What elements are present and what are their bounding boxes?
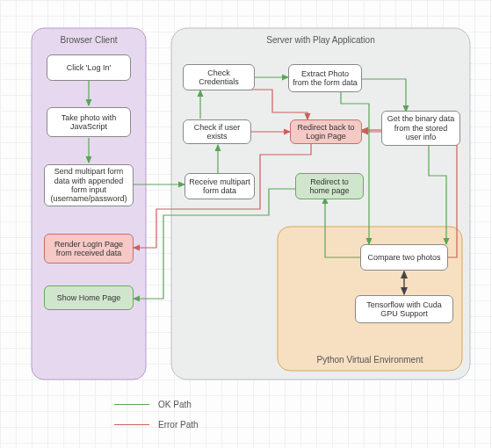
legend-error-line <box>114 424 149 425</box>
node-redirect-home: Redirect to home page <box>295 173 364 199</box>
node-get-binary: Get the binary data from the stored user… <box>381 111 460 146</box>
node-extract-photo: Extract Photo from the form data <box>288 64 362 92</box>
node-send-multipart: Send multipart form data with appended f… <box>44 164 134 206</box>
node-redirect-login: Redirect back to Login Page <box>290 119 362 144</box>
legend-ok-line <box>114 404 149 405</box>
node-check-credentials: Check Credentials <box>183 64 255 90</box>
panel-python-label: Python Virtual Environment <box>278 355 462 365</box>
node-take-photo: Take photo with JavaScript <box>47 107 131 137</box>
node-click-login: Click 'Log In' <box>47 54 131 81</box>
panel-browser-label: Browser Client <box>32 35 146 45</box>
node-receive-multipart: Receive multipart form data <box>184 173 255 199</box>
node-render-login: Render LogIn Page from received data <box>44 234 134 264</box>
panel-server-label: Server with Play Application <box>171 35 470 45</box>
legend-error-label: Error Path <box>158 420 199 430</box>
node-compare-photos: Compare two photos <box>360 244 448 271</box>
node-show-home: Show Home Page <box>44 285 134 310</box>
legend-error: Error Path <box>114 420 199 430</box>
node-tensorflow: Tensorflow with Cuda GPU Support <box>355 295 453 323</box>
legend-ok-label: OK Path <box>158 400 192 409</box>
legend-ok: OK Path <box>114 400 192 409</box>
node-check-user: Check if user exists <box>183 119 251 144</box>
